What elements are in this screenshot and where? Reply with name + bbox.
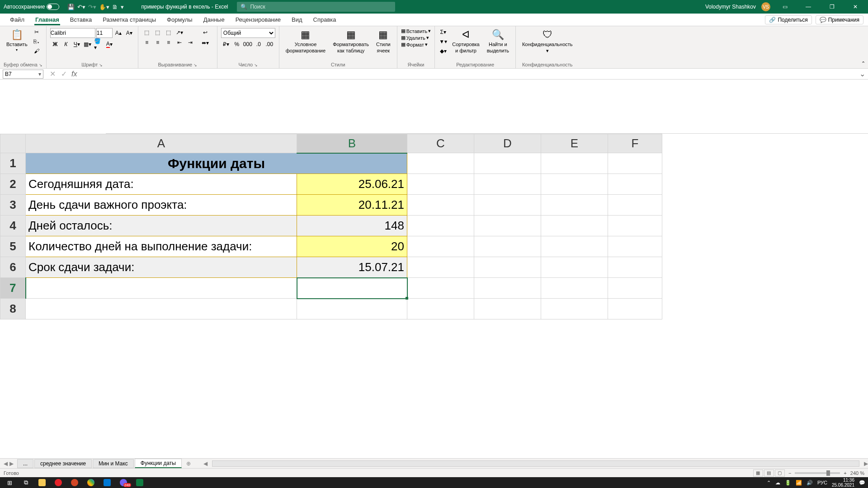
search-box[interactable]: 🔍 Поиск — [237, 2, 395, 12]
insert-cells-button[interactable]: ▦ Вставить ▾ — [401, 28, 431, 34]
cell-A7[interactable] — [26, 278, 297, 299]
align-right-icon[interactable]: ≡ — [164, 38, 174, 47]
taskbar-outlook[interactable] — [100, 478, 114, 487]
dec-decimal-icon[interactable]: .00 — [264, 40, 274, 49]
grow-font-icon[interactable]: A▴ — [113, 28, 123, 38]
cell-A2[interactable]: Сегодняшняя дата: — [26, 174, 297, 195]
font-size-select[interactable] — [96, 28, 113, 38]
tray-chevron-icon[interactable]: ⌃ — [767, 480, 771, 486]
format-painter-icon[interactable]: 🖌 — [32, 47, 41, 55]
user-avatar[interactable]: VS — [761, 2, 770, 11]
cell-F5[interactable] — [608, 236, 662, 257]
number-format-select[interactable]: Общий — [221, 28, 275, 38]
underline-button[interactable]: Ч▾ — [72, 40, 82, 49]
save-icon[interactable]: 💾 — [67, 4, 75, 10]
tab-formulas[interactable]: Формулы — [161, 14, 198, 25]
row-header-3[interactable]: 3 — [0, 195, 26, 216]
zoom-level[interactable]: 240 % — [850, 470, 864, 476]
sheet-tab-1[interactable]: среднее значение — [34, 459, 92, 468]
cell-B8[interactable] — [297, 299, 407, 319]
cell-F4[interactable] — [608, 216, 662, 236]
start-button[interactable]: ⊞ — [3, 478, 16, 487]
formula-input[interactable] — [80, 70, 850, 79]
inc-decimal-icon[interactable]: .0 — [254, 40, 264, 49]
horizontal-scrollbar[interactable] — [212, 460, 859, 467]
copy-icon[interactable]: ⎘▾ — [32, 38, 41, 46]
row-header-8[interactable]: 8 — [0, 299, 26, 319]
taskbar-explorer[interactable] — [35, 478, 49, 487]
align-launcher-icon[interactable]: ↘ — [193, 63, 197, 67]
clear-icon[interactable]: ◆▾ — [439, 47, 448, 55]
tray-language[interactable]: РУС — [817, 480, 827, 485]
cell-E5[interactable] — [541, 236, 608, 257]
cell-F3[interactable] — [608, 195, 662, 216]
cell-C4[interactable] — [407, 216, 474, 236]
indent-inc-icon[interactable]: ⇥ — [185, 38, 195, 47]
cell-D2[interactable] — [474, 174, 541, 195]
taskbar-viber[interactable]: 248 — [117, 478, 130, 487]
cell-D8[interactable] — [474, 299, 541, 319]
sheet-tab-3[interactable]: Функции даты — [135, 459, 182, 468]
cell-E6[interactable] — [541, 257, 608, 278]
quickprint-icon[interactable]: 🗎 — [112, 4, 118, 10]
hscroll-right-icon[interactable]: ▶ — [864, 460, 868, 467]
cell-A1-merged[interactable]: Функции даты — [26, 153, 407, 174]
sort-filter-button[interactable]: ᐊСортировкаи фильтр — [449, 28, 482, 54]
shrink-font-icon[interactable]: A▾ — [124, 28, 134, 38]
format-table-button[interactable]: ▦Форматироватькак таблицу — [330, 28, 372, 54]
fill-icon[interactable]: ▼▾ — [439, 38, 448, 46]
clipboard-launcher-icon[interactable]: ↘ — [39, 63, 42, 67]
collapse-ribbon-icon[interactable]: ⌃ — [861, 61, 865, 66]
cell-C2[interactable] — [407, 174, 474, 195]
row-header-4[interactable]: 4 — [0, 216, 26, 236]
cell-C3[interactable] — [407, 195, 474, 216]
cell-C7[interactable] — [407, 278, 474, 299]
toggle-icon[interactable] — [47, 4, 59, 10]
taskbar-chrome[interactable] — [84, 478, 98, 487]
worksheet-grid[interactable]: A B C D E F 1 Функции даты 2 Сегодняшняя… — [0, 134, 868, 319]
cell-F2[interactable] — [608, 174, 662, 195]
cell-B6[interactable]: 15.07.21 — [297, 257, 407, 278]
tab-view[interactable]: Вид — [286, 14, 308, 25]
cell-E3[interactable] — [541, 195, 608, 216]
tray-wifi-icon[interactable]: 📶 — [796, 480, 802, 486]
comments-button[interactable]: 💬Примечания — [816, 15, 863, 24]
sheet-nav-prev-icon[interactable]: ◀ — [4, 460, 8, 467]
taskbar-excel[interactable] — [133, 478, 146, 487]
undo-icon[interactable]: ↶▾ — [77, 4, 85, 10]
zoom-in-icon[interactable]: + — [844, 470, 846, 476]
currency-icon[interactable]: ₽▾ — [221, 40, 231, 49]
view-layout-icon[interactable]: ▤ — [764, 469, 774, 477]
cell-E8[interactable] — [541, 299, 608, 319]
maximize-icon[interactable]: ❐ — [823, 0, 841, 14]
indent-dec-icon[interactable]: ⇤ — [175, 38, 184, 47]
col-header-E[interactable]: E — [541, 134, 608, 153]
col-header-A[interactable]: A — [26, 134, 297, 153]
align-left-icon[interactable]: ≡ — [142, 38, 152, 47]
close-icon[interactable]: ✕ — [846, 0, 864, 14]
italic-button[interactable]: К — [61, 40, 71, 49]
delete-cells-button[interactable]: ▦ Удалить ▾ — [401, 35, 431, 41]
tray-volume-icon[interactable]: 🔊 — [807, 480, 813, 486]
qat-more-icon[interactable]: ▾ — [121, 4, 124, 10]
cell-C5[interactable] — [407, 236, 474, 257]
share-button[interactable]: 🔗Поделиться — [765, 15, 811, 24]
tab-help[interactable]: Справка — [308, 14, 342, 25]
cell-C1[interactable] — [407, 153, 474, 174]
view-normal-icon[interactable]: ▦ — [753, 469, 763, 477]
sensitivity-button[interactable]: 🛡Конфиденциальность▾ — [519, 28, 576, 55]
tray-onedrive-icon[interactable]: ☁ — [775, 480, 780, 486]
cell-F6[interactable] — [608, 257, 662, 278]
expand-formula-bar-icon[interactable]: ⌄ — [859, 70, 865, 78]
align-middle-icon[interactable]: ⬚ — [153, 28, 163, 37]
row-header-1[interactable]: 1 — [0, 153, 26, 174]
tray-battery-icon[interactable]: 🔋 — [785, 480, 791, 486]
cell-D4[interactable] — [474, 216, 541, 236]
redo-icon[interactable]: ↷▾ — [88, 4, 96, 10]
fill-color-button[interactable]: 🪣▾ — [94, 40, 104, 49]
cell-A5[interactable]: Количество дней на выполнение задачи: — [26, 236, 297, 257]
wrap-text-icon[interactable]: ↩ — [197, 28, 213, 37]
cell-B5[interactable]: 20 — [297, 236, 407, 257]
paste-button[interactable]: 📋 Вставить▾ — [4, 28, 30, 53]
col-header-D[interactable]: D — [474, 134, 541, 153]
